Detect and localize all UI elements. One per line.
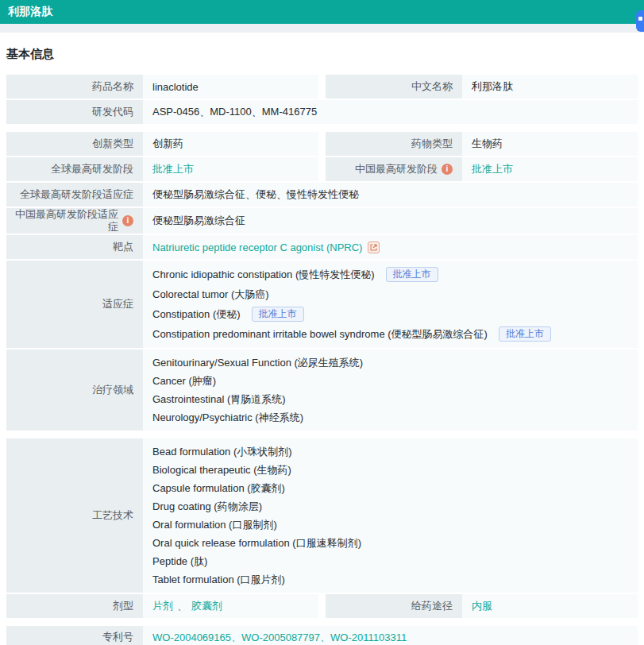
list-item: Constipation predominant irritable bowel… xyxy=(152,324,551,344)
row-innovation-type: 创新类型 创新药 药物类型 生物药 xyxy=(6,132,638,156)
header-underband xyxy=(0,24,644,33)
global-stage-link[interactable]: 批准上市 xyxy=(152,162,194,176)
cn-stage-indication-label: 中国最高研发阶段适应症 i xyxy=(6,208,143,234)
list-item: Constipation (便秘) 批准上市 xyxy=(152,304,304,324)
patent-link[interactable]: WO-2011103311 xyxy=(330,631,407,643)
status-badge: 批准上市 xyxy=(386,267,438,282)
row-global-stage-indication: 全球最高研发阶段适应症 便秘型肠易激综合征、便秘、慢性特发性便秘 xyxy=(6,183,638,207)
indication-text: Chronic idiopathic constipation (慢性特发性便秘… xyxy=(152,265,375,284)
status-badge: 批准上市 xyxy=(252,307,304,322)
page-header: 利那洛肽 xyxy=(0,0,644,24)
route-label: 给药途径 xyxy=(326,594,462,618)
row-highest-stage: 全球最高研发阶段 批准上市 中国最高研发阶段 i 批准上市 xyxy=(6,157,638,181)
dosage-form-label: 剂型 xyxy=(6,594,143,618)
global-stage-indication-label: 全球最高研发阶段适应症 xyxy=(6,183,143,207)
list-item: Biological therapeutic (生物药) xyxy=(152,461,291,479)
cn-stage-indication-value: 便秘型肠易激综合征 xyxy=(143,208,638,234)
cn-name-value: 利那洛肽 xyxy=(462,75,638,98)
drug-name-label: 药品名称 xyxy=(6,75,143,98)
target-link[interactable]: Natriuretic peptide receptor C agonist (… xyxy=(152,241,362,253)
list-item: Oral formulation (口服制剂) xyxy=(152,516,277,534)
row-technologies: 工艺技术 Bead formulation (小珠状制剂) Biological… xyxy=(6,438,638,593)
patent-link[interactable]: WO-2004069165 xyxy=(152,631,231,643)
route-link[interactable]: 内服 xyxy=(472,599,492,613)
list-item: Drug coating (药物涂层) xyxy=(152,497,262,516)
drug-type-value: 生物药 xyxy=(462,132,638,156)
row-rd-code: 研发代码 ASP-0456、MD-1100、MM-416775 xyxy=(6,100,638,124)
separator: 、 xyxy=(173,599,191,613)
therapy-areas-label: 治疗领域 xyxy=(6,350,143,431)
info-icon[interactable]: i xyxy=(122,215,133,226)
technologies-label: 工艺技术 xyxy=(6,438,143,593)
row-drug-name: 药品名称 linaclotide 中文名称 利那洛肽 xyxy=(6,75,638,98)
row-dosage-route: 剂型 片剂 、 胶囊剂 给药途径 内服 xyxy=(6,594,638,618)
cn-stage-label: 中国最高研发阶段 i xyxy=(326,157,462,181)
list-item: Oral quick release formulation (口服速释制剂) xyxy=(152,534,361,552)
indications-label: 适应症 xyxy=(6,261,143,348)
section-title: 基本信息 xyxy=(6,47,638,62)
row-target: 靶点 Natriuretic peptide receptor C agonis… xyxy=(6,235,638,259)
patent-link[interactable]: WO-2005087797 xyxy=(241,631,320,643)
drug-name-value: linaclotide xyxy=(143,75,318,98)
rd-code-label: 研发代码 xyxy=(6,100,143,124)
page-title: 利那洛肽 xyxy=(8,5,52,19)
indication-text: Constipation (便秘) xyxy=(152,304,241,324)
section-gap xyxy=(6,432,638,438)
row-cn-stage-indication: 中国最高研发阶段适应症 i 便秘型肠易激综合征 xyxy=(6,208,638,234)
list-item: Tablet formulation (口服片剂) xyxy=(152,570,285,589)
feedback-button[interactable] xyxy=(636,10,644,32)
section-gap xyxy=(6,620,638,626)
target-label: 靶点 xyxy=(6,235,143,259)
external-link-icon[interactable] xyxy=(368,241,380,253)
section-gap xyxy=(6,126,638,132)
drug-type-label: 药物类型 xyxy=(326,132,462,156)
global-stage-indication-value: 便秘型肠易激综合征、便秘、慢性特发性便秘 xyxy=(143,183,638,207)
list-item: Chronic idiopathic constipation (慢性特发性便秘… xyxy=(152,265,438,284)
cn-stage-link[interactable]: 批准上市 xyxy=(472,162,513,176)
status-badge: 批准上市 xyxy=(499,326,551,342)
list-item: Genitourinary/Sexual Function (泌尿生殖系统) xyxy=(152,353,363,372)
dosage-form-link[interactable]: 片剂 xyxy=(152,599,173,613)
indication-text: Constipation predominant irritable bowel… xyxy=(152,324,488,344)
list-item: Colorectal tumor (大肠癌) xyxy=(152,284,269,304)
row-patents: 专利号 WO-2004069165、WO-2005087797、WO-20111… xyxy=(6,626,638,645)
basic-info-panel: 基本信息 药品名称 linaclotide 中文名称 利那洛肽 研发代码 ASP… xyxy=(0,33,644,645)
rd-code-value: ASP-0456、MD-1100、MM-416775 xyxy=(143,100,638,124)
global-stage-label: 全球最高研发阶段 xyxy=(6,157,143,181)
list-item: Capsule formulation (胶囊剂) xyxy=(152,479,285,497)
separator: 、 xyxy=(231,630,241,644)
list-item: Bead formulation (小珠状制剂) xyxy=(152,442,292,461)
innovation-type-value: 创新药 xyxy=(143,132,318,156)
row-therapy-areas: 治疗领域 Genitourinary/Sexual Function (泌尿生殖… xyxy=(6,350,638,431)
patents-label: 专利号 xyxy=(6,626,143,645)
info-icon[interactable]: i xyxy=(442,164,453,175)
separator: 、 xyxy=(320,630,330,644)
innovation-type-label: 创新类型 xyxy=(6,132,143,156)
cn-name-label: 中文名称 xyxy=(326,75,462,98)
list-item: Cancer (肿瘤) xyxy=(152,372,216,390)
list-item: Peptide (肽) xyxy=(152,552,207,570)
dosage-form-link[interactable]: 胶囊剂 xyxy=(191,599,222,613)
indication-text: Colorectal tumor (大肠癌) xyxy=(152,284,269,304)
list-item: Neurology/Psychiatric (神经系统) xyxy=(152,408,303,427)
row-indications: 适应症 Chronic idiopathic constipation (慢性特… xyxy=(6,261,638,348)
list-item: Gastrointestinal (胃肠道系统) xyxy=(152,390,286,408)
